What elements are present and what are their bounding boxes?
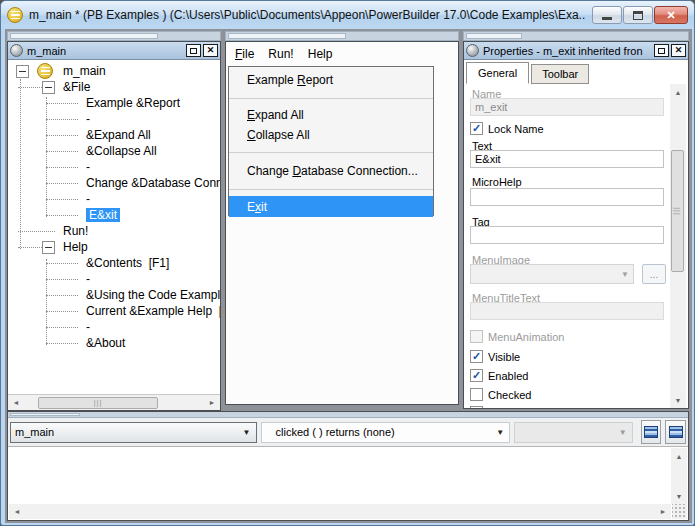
- tree-expander-icon[interactable]: [42, 241, 55, 254]
- scroll-up-icon[interactable]: ▲: [670, 84, 686, 100]
- window-titlebar[interactable]: m_main * (PB Examples ) (C:\Users\Public…: [1, 1, 694, 29]
- tree-item[interactable]: -: [8, 271, 220, 287]
- properties-form: Name m_exit ✓ Lock Name Text E&xit Micro…: [464, 84, 688, 408]
- close-button[interactable]: ✕: [654, 6, 688, 24]
- pane-maximize-button[interactable]: [186, 44, 201, 57]
- splitter-thumb[interactable]: [10, 33, 158, 39]
- scroll-down-icon[interactable]: ▼: [671, 488, 687, 504]
- checkbox-unchecked-icon[interactable]: [470, 388, 483, 401]
- script-view-button-1[interactable]: [641, 420, 662, 444]
- script-horizontal-scrollbar[interactable]: ◄ ►: [9, 504, 671, 519]
- event-selector[interactable]: clicked ( ) returns (none) ▼: [261, 422, 511, 443]
- properties-pane-titlebar[interactable]: Properties - m_exit inherited fron ✕: [464, 42, 688, 60]
- menu-item-change-database-connection[interactable]: Change Database Connection...: [229, 159, 433, 183]
- minimize-button[interactable]: [592, 6, 622, 24]
- tree-expander-icon[interactable]: [42, 81, 55, 94]
- tree-item[interactable]: -: [8, 111, 220, 127]
- tree-item[interactable]: Help: [8, 239, 220, 255]
- disabled-selector: ▼: [514, 422, 632, 443]
- pane-maximize-button[interactable]: [654, 44, 669, 57]
- menubar-item-file[interactable]: File: [235, 47, 254, 61]
- tree-item[interactable]: &Collapse All: [8, 143, 220, 159]
- tree-connector: [46, 135, 78, 136]
- tab-toolbar[interactable]: Toolbar: [531, 64, 589, 84]
- menu-item-example-report[interactable]: Example Report: [229, 67, 433, 93]
- tree-item[interactable]: &Contents [F1]: [8, 255, 220, 271]
- menu-item-exit[interactable]: Exit: [229, 196, 433, 217]
- pane-menu-icon[interactable]: [10, 44, 23, 57]
- tree-item[interactable]: &Expand All: [8, 127, 220, 143]
- scroll-left-icon[interactable]: ◄: [9, 504, 25, 520]
- checked-checkbox[interactable]: Checked: [470, 388, 531, 401]
- menubar-item-run[interactable]: Run!: [268, 47, 293, 61]
- pane-menu-icon[interactable]: [466, 44, 479, 57]
- chevron-down-icon: ▼: [496, 428, 504, 437]
- checkbox-checked-icon[interactable]: ✓: [470, 122, 483, 135]
- app-icon: [7, 7, 23, 23]
- name-field: m_exit: [470, 98, 664, 116]
- menu-item-expand-all[interactable]: Expand All: [229, 105, 433, 125]
- scroll-left-icon[interactable]: ◄: [8, 395, 24, 411]
- menu-separator: [229, 98, 433, 99]
- tree-pane-titlebar[interactable]: m_main ✕: [8, 42, 220, 60]
- tree-item[interactable]: -: [8, 191, 220, 207]
- microhelp-field[interactable]: [470, 188, 664, 206]
- menu-separator: [229, 152, 433, 153]
- tree-connector: [18, 231, 55, 232]
- tree-expander-icon[interactable]: [16, 65, 29, 78]
- default-checkbox[interactable]: Default: [470, 406, 523, 408]
- checkbox-unchecked-icon[interactable]: [470, 406, 483, 408]
- tree-item[interactable]: Example &Report: [8, 95, 220, 111]
- enabled-checkbox[interactable]: ✓ Enabled: [470, 369, 528, 382]
- preview-pane-splitter[interactable]: [225, 31, 459, 41]
- scrollbar-thumb[interactable]: |||: [38, 397, 158, 409]
- splitter-thumb[interactable]: [228, 33, 346, 39]
- pane-close-button[interactable]: ✕: [203, 44, 218, 57]
- properties-pane-splitter[interactable]: [463, 31, 689, 41]
- menuimage-browse-button[interactable]: ...: [642, 264, 666, 284]
- menu-item-collapse-all[interactable]: Collapse All: [229, 125, 433, 145]
- script-vertical-scrollbar[interactable]: ▲ ▼: [671, 448, 687, 504]
- scroll-right-icon[interactable]: ►: [204, 395, 220, 411]
- tree-item[interactable]: &About: [8, 335, 220, 351]
- tree-item-selected[interactable]: E&xit: [8, 207, 220, 223]
- tree-item-root[interactable]: m_main: [8, 63, 220, 79]
- tree-item[interactable]: &Using the Code Examples: [8, 287, 220, 303]
- scroll-down-icon[interactable]: ▼: [670, 392, 686, 408]
- tree-pane-splitter[interactable]: [7, 31, 221, 41]
- text-field[interactable]: E&xit: [470, 150, 664, 168]
- resize-grip[interactable]: [672, 504, 687, 519]
- tree-item[interactable]: -: [8, 319, 220, 335]
- checkbox-checked-icon[interactable]: ✓: [470, 350, 483, 363]
- file-menu-dropdown: Example Report Expand All Collapse All C…: [228, 66, 434, 216]
- visible-checkbox[interactable]: ✓ Visible: [470, 350, 520, 363]
- maximize-button[interactable]: [623, 6, 653, 24]
- splitter-thumb[interactable]: [10, 413, 80, 416]
- tree-item[interactable]: &File: [8, 79, 220, 95]
- checkbox-checked-icon[interactable]: ✓: [470, 369, 483, 382]
- scroll-up-icon[interactable]: ▲: [671, 448, 687, 464]
- tab-general[interactable]: General: [466, 62, 529, 84]
- powerbuilder-window: m_main * (PB Examples ) (C:\Users\Public…: [0, 0, 695, 526]
- tree-connector: [46, 103, 78, 104]
- properties-vertical-scrollbar[interactable]: ▲ ||| ▼: [670, 84, 686, 408]
- script-view-button-2[interactable]: [665, 420, 686, 444]
- scroll-right-icon[interactable]: ►: [655, 504, 671, 520]
- tag-field[interactable]: [470, 226, 664, 244]
- pane-close-button[interactable]: ✕: [671, 44, 686, 57]
- lock-name-checkbox[interactable]: ✓ Lock Name: [470, 122, 544, 135]
- menubar-item-help[interactable]: Help: [308, 47, 333, 61]
- tree-item[interactable]: Change &Database Conne: [8, 175, 220, 191]
- tree-item[interactable]: Run!: [8, 223, 220, 239]
- script-editor[interactable]: ▲ ▼ ◄ ►: [8, 446, 688, 520]
- object-selector[interactable]: m_main ▼: [10, 422, 257, 443]
- tree-horizontal-scrollbar[interactable]: ◄ ||| ►: [8, 394, 220, 410]
- menu-tree-pane: m_main ✕ m_main &File: [7, 41, 221, 411]
- splitter-thumb[interactable]: [466, 33, 522, 39]
- menu-object-icon: [37, 63, 53, 79]
- close-icon: ✕: [675, 46, 683, 55]
- tree-item[interactable]: Current &Example Help [S: [8, 303, 220, 319]
- tree-item[interactable]: -: [8, 159, 220, 175]
- scrollbar-thumb[interactable]: |||: [671, 150, 684, 272]
- menu-separator: [229, 189, 433, 190]
